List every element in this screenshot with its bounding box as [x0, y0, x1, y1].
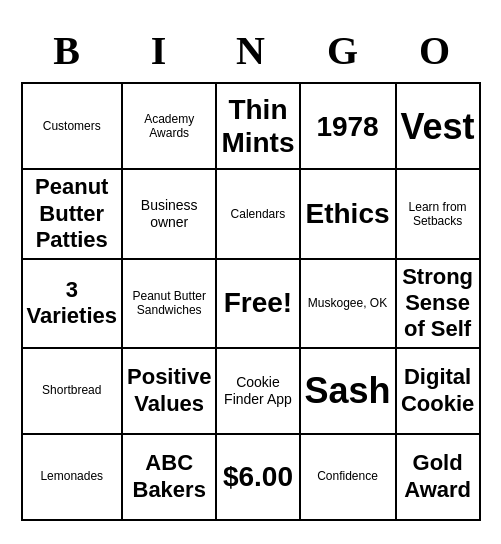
- bingo-letter-O: O: [389, 23, 481, 78]
- bingo-cell-2: Thin Mints: [217, 84, 300, 170]
- bingo-card: BINGO CustomersAcademy AwardsThin Mints1…: [11, 13, 491, 530]
- bingo-cell-17: Cookie Finder App: [217, 349, 300, 435]
- bingo-cell-19: Digital Cookie: [397, 349, 481, 435]
- cell-text-18: Sash: [305, 369, 391, 412]
- bingo-header: BINGO: [21, 23, 481, 78]
- cell-text-3: 1978: [316, 110, 378, 144]
- cell-text-1: Academy Awards: [127, 112, 211, 141]
- cell-text-13: Muskogee, OK: [308, 296, 387, 310]
- bingo-cell-24: Gold Award: [397, 435, 481, 521]
- cell-text-21: ABC Bakers: [127, 450, 211, 503]
- bingo-cell-15: Shortbread: [23, 349, 124, 435]
- cell-text-6: Business owner: [127, 197, 211, 231]
- cell-text-19: Digital Cookie: [401, 364, 475, 417]
- bingo-cell-18: Sash: [301, 349, 397, 435]
- bingo-cell-3: 1978: [301, 84, 397, 170]
- cell-text-14: Strong Sense of Self: [401, 264, 475, 343]
- bingo-letter-N: N: [205, 23, 297, 78]
- cell-text-0: Customers: [43, 119, 101, 133]
- bingo-cell-13: Muskogee, OK: [301, 260, 397, 349]
- bingo-cell-8: Ethics: [301, 170, 397, 259]
- bingo-cell-9: Learn from Setbacks: [397, 170, 481, 259]
- bingo-cell-5: Peanut Butter Patties: [23, 170, 124, 259]
- bingo-cell-4: Vest: [397, 84, 481, 170]
- bingo-letter-B: B: [21, 23, 113, 78]
- bingo-cell-0: Customers: [23, 84, 124, 170]
- cell-text-22: $6.00: [223, 460, 293, 494]
- cell-text-17: Cookie Finder App: [221, 374, 294, 408]
- cell-text-11: Peanut Butter Sandwiches: [127, 289, 211, 318]
- bingo-letter-G: G: [297, 23, 389, 78]
- cell-text-12: Free!: [224, 286, 292, 320]
- bingo-cell-1: Academy Awards: [123, 84, 217, 170]
- bingo-cell-20: Lemonades: [23, 435, 124, 521]
- cell-text-5: Peanut Butter Patties: [27, 174, 118, 253]
- cell-text-24: Gold Award: [401, 450, 475, 503]
- bingo-cell-23: Confidence: [301, 435, 397, 521]
- bingo-cell-6: Business owner: [123, 170, 217, 259]
- bingo-cell-10: 3 Varieties: [23, 260, 124, 349]
- bingo-letter-I: I: [113, 23, 205, 78]
- cell-text-20: Lemonades: [40, 469, 103, 483]
- cell-text-9: Learn from Setbacks: [401, 200, 475, 229]
- cell-text-4: Vest: [401, 105, 475, 148]
- bingo-cell-14: Strong Sense of Self: [397, 260, 481, 349]
- cell-text-7: Calendars: [231, 207, 286, 221]
- bingo-cell-11: Peanut Butter Sandwiches: [123, 260, 217, 349]
- cell-text-10: 3 Varieties: [27, 277, 118, 330]
- cell-text-23: Confidence: [317, 469, 378, 483]
- bingo-grid: CustomersAcademy AwardsThin Mints1978Ves…: [21, 82, 481, 520]
- cell-text-2: Thin Mints: [221, 93, 294, 160]
- bingo-cell-12: Free!: [217, 260, 300, 349]
- bingo-cell-16: Positive Values: [123, 349, 217, 435]
- bingo-cell-7: Calendars: [217, 170, 300, 259]
- cell-text-16: Positive Values: [127, 364, 211, 417]
- bingo-cell-21: ABC Bakers: [123, 435, 217, 521]
- cell-text-8: Ethics: [306, 197, 390, 231]
- cell-text-15: Shortbread: [42, 383, 101, 397]
- bingo-cell-22: $6.00: [217, 435, 300, 521]
